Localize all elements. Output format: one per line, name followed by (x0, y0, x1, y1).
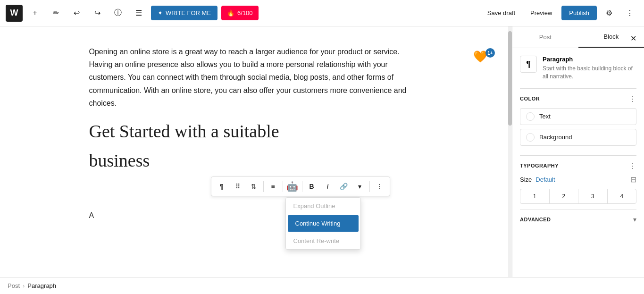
publish-button[interactable]: Publish (561, 6, 597, 20)
wordpress-logo: W (6, 5, 23, 22)
font-size-4-button[interactable]: 4 (608, 189, 636, 203)
notification-badge: 1+ (485, 48, 495, 58)
background-color-label: Background (539, 134, 572, 141)
text-color-radio (526, 112, 535, 121)
drag-handle-button[interactable]: ⠿ (230, 179, 245, 194)
paragraph-a-block[interactable]: A (89, 211, 419, 220)
background-color-radio (526, 133, 535, 142)
link-button[interactable]: 🔗 (336, 179, 351, 194)
text-color-label: Text (539, 113, 551, 120)
editor-area[interactable]: Opening an online store is a great way t… (0, 26, 508, 277)
italic-icon: I (327, 183, 329, 190)
editor-content: Opening an online store is a great way t… (89, 45, 419, 220)
ai-writer-button[interactable]: 🤖 (285, 179, 300, 194)
ai-counter-button[interactable]: 🔥 6/100 (221, 6, 259, 20)
block-options-button[interactable]: ⋮ (372, 179, 387, 194)
font-size-buttons: 1 2 3 4 (520, 189, 636, 204)
heading-partial-block[interactable]: business (89, 150, 419, 174)
advanced-title: Advanced (520, 217, 551, 222)
write-for-me-button[interactable]: ✦ WRITE FOR ME (151, 6, 217, 20)
color-section-title: Color (520, 96, 540, 101)
drag-icon: ⠿ (235, 183, 240, 190)
preview-button[interactable]: Preview (525, 6, 558, 20)
settings-button[interactable]: ⚙ (601, 5, 618, 22)
emoji-reactions: 🧡 1+ (473, 50, 499, 63)
paragraph-type-button[interactable]: ¶ (214, 179, 229, 194)
align-icon: ≡ (271, 183, 275, 190)
bold-button[interactable]: B (304, 179, 319, 194)
color-section: Color ⋮ Text Background (520, 88, 636, 155)
color-section-more-button[interactable]: ⋮ (629, 94, 636, 103)
ai-robot-icon: 🤖 (286, 181, 298, 192)
chevron-down-icon: ▾ (633, 216, 636, 223)
heading-text-content: Get Started with a suitable (89, 121, 279, 141)
sidebar-close-button[interactable]: ✕ (626, 31, 640, 45)
bold-icon: B (309, 183, 314, 190)
ai-counter-icon: 🔥 (227, 9, 234, 17)
typography-header: Typography ⋮ (520, 161, 636, 170)
top-toolbar: W ＋ ✏ ↩ ↪ ⓘ ☰ ✦ WRITE FOR ME 🔥 6/100 Sav… (0, 0, 644, 26)
redo-button[interactable]: ↪ (89, 5, 106, 22)
size-value: Default (535, 176, 555, 183)
more-options-button[interactable]: ⋮ (621, 5, 638, 22)
block-type-icon: ¶ (520, 56, 537, 73)
write-for-me-label: WRITE FOR ME (166, 9, 211, 17)
toolbar-divider-4 (369, 181, 370, 192)
add-block-button[interactable]: ＋ (26, 5, 43, 22)
tab-post[interactable]: Post (512, 26, 578, 48)
size-row: Size Default ⊟ (520, 175, 636, 184)
toolbar-divider-1 (263, 181, 264, 192)
ai-dropdown-menu: Expand Outline Continue Writing Content … (285, 197, 361, 250)
advanced-header[interactable]: Advanced ▾ (520, 216, 636, 223)
toolbar-divider-2 (283, 181, 283, 192)
expand-outline-item[interactable]: Expand Outline (286, 198, 360, 214)
move-up-down-button[interactable]: ⇅ (246, 179, 261, 194)
font-size-1-button[interactable]: 1 (520, 189, 550, 203)
tools-button[interactable]: ✏ (47, 5, 64, 22)
typography-section: Typography ⋮ Size Default ⊟ 1 2 3 4 (520, 155, 636, 210)
paragraph-block[interactable]: Opening an online store is a great way t… (89, 45, 419, 109)
align-button[interactable]: ≡ (266, 179, 281, 194)
italic-button[interactable]: I (320, 179, 335, 194)
editor-scrollbar[interactable] (508, 26, 512, 277)
options-icon: ⋮ (376, 183, 383, 190)
right-sidebar: Post Block ✕ ¶ Paragraph Start with the … (512, 26, 644, 277)
updown-icon: ⇅ (251, 183, 257, 190)
breadcrumb-separator: › (23, 282, 25, 289)
font-size-2-button[interactable]: 2 (550, 189, 579, 203)
sidebar-tabs: Post Block ✕ (512, 26, 644, 48)
more-rich-text-button[interactable]: ▾ (352, 179, 368, 194)
color-section-header: Color ⋮ (520, 94, 636, 103)
paragraph-a-text: A (89, 211, 94, 219)
breadcrumb-current: Paragraph (27, 282, 56, 289)
paragraph-icon: ¶ (220, 183, 224, 190)
main-layout: Opening an online store is a great way t… (0, 26, 644, 277)
advanced-section: Advanced ▾ (520, 210, 636, 229)
block-type-name: Paragraph (543, 56, 636, 63)
undo-button[interactable]: ↩ (68, 5, 85, 22)
background-color-option[interactable]: Background (520, 129, 636, 146)
heading-block[interactable]: Get Started with a suitable (89, 121, 419, 143)
font-size-3-button[interactable]: 3 (578, 189, 608, 203)
typography-more-button[interactable]: ⋮ (629, 161, 636, 170)
block-info-text: Paragraph Start with the basic building … (543, 56, 636, 81)
block-toolbar: ¶ ⠿ ⇅ ≡ 🤖 B (211, 176, 390, 196)
size-controls-button[interactable]: ⊟ (630, 175, 636, 184)
ai-counter-label: 6/100 (237, 9, 253, 17)
pencil-star-icon: ✦ (158, 9, 163, 17)
typography-title: Typography (520, 163, 559, 168)
toolbar-divider-3 (302, 181, 302, 192)
scrollbar-thumb[interactable] (508, 31, 512, 126)
content-rewrite-item[interactable]: Content Re-write (286, 233, 360, 249)
link-icon: 🔗 (340, 183, 348, 190)
chevron-down-icon: ▾ (358, 183, 361, 190)
block-info: ¶ Paragraph Start with the basic buildin… (520, 56, 636, 81)
info-button[interactable]: ⓘ (109, 5, 126, 22)
text-color-option[interactable]: Text (520, 108, 636, 125)
continue-writing-item[interactable]: Continue Writing (288, 215, 359, 232)
block-type-description: Start with the basic building block of a… (543, 65, 636, 81)
bottom-bar: Post › Paragraph (0, 277, 644, 294)
list-view-button[interactable]: ☰ (130, 5, 147, 22)
breadcrumb-post-link[interactable]: Post (8, 282, 20, 289)
save-draft-button[interactable]: Save draft (482, 6, 521, 20)
